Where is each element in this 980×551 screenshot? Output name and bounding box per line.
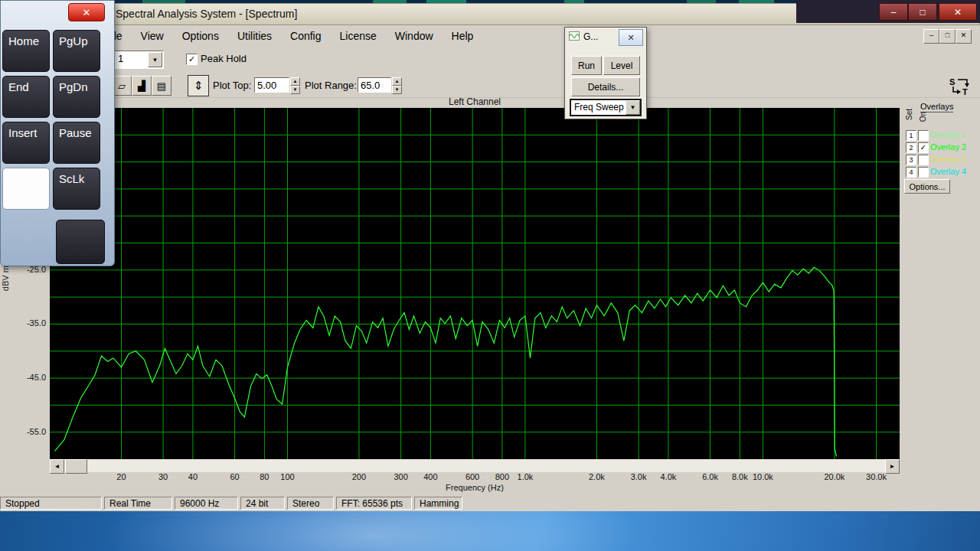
autoscale-button[interactable]: ⇕ (188, 75, 209, 96)
overlay-checkbox[interactable] (918, 167, 929, 178)
close-icon: ✕ (954, 7, 962, 18)
keypad-key-pgup[interactable]: PgUp (53, 30, 100, 72)
x-tick-label: 300 (384, 472, 418, 481)
status-cell: 96000 Hz (175, 497, 238, 510)
mdi-restore-button[interactable]: □ (939, 29, 956, 44)
menu-item-config[interactable]: Config (283, 28, 328, 44)
minimize-icon: – (929, 31, 933, 39)
menu-item-utilities[interactable]: Utilities (230, 28, 279, 44)
menu-item-options[interactable]: Options (175, 28, 226, 44)
scroll-thumb[interactable] (65, 459, 87, 474)
keypad-key-end[interactable]: End (2, 76, 50, 118)
minimize-button[interactable]: – (879, 3, 908, 21)
spectrum-plot[interactable] (50, 108, 900, 459)
dialog-title-bar[interactable]: G... ✕ (565, 28, 646, 46)
overlay-checkbox[interactable] (918, 155, 929, 165)
keypad-close-button[interactable]: ✕ (68, 3, 105, 21)
x-tick-label: 20 (104, 472, 138, 481)
overlay-number-button[interactable]: 2 (906, 142, 916, 153)
overlays-panel: Overlays Set On 1Overlay 12✓Overlay 23Ov… (902, 99, 980, 201)
keypad-key-insert[interactable]: Insert (2, 122, 50, 164)
set-column-header: Set (905, 109, 913, 120)
x-tick-label: 6.0k (694, 472, 727, 481)
run-button[interactable]: Run (571, 56, 602, 75)
plot-top-label: Plot Top: (213, 80, 251, 91)
dialog-close-button[interactable]: ✕ (619, 29, 643, 46)
menu-item-window[interactable]: Window (388, 28, 440, 44)
x-tick-label: 1.0k (508, 472, 542, 481)
peak-hold-checkbox[interactable]: ✓ (186, 54, 198, 65)
close-icon: ✕ (961, 31, 967, 39)
status-bar: StoppedReal Time96000 Hz24 bitStereoFFT:… (0, 496, 980, 511)
overlay-number-button[interactable]: 3 (906, 155, 916, 165)
x-tick-label: 10.0k (746, 472, 779, 481)
overlay-number-button[interactable]: 4 (906, 167, 916, 178)
maximize-button[interactable]: □ (908, 3, 937, 21)
chevron-down-icon[interactable]: ▼ (148, 52, 162, 67)
trace-select-dropdown[interactable]: 1 ▼ (113, 51, 164, 69)
plot-top-spinner[interactable]: ▲ ▼ (290, 77, 300, 93)
x-tick-label: 4.0k (652, 472, 685, 481)
keypad-key-pgdn[interactable]: PgDn (53, 76, 100, 118)
keypad-key-sclk[interactable]: ScLk (53, 168, 100, 210)
waveform-icon (569, 31, 580, 41)
spectrogram-lines-icon: ▤ (157, 80, 166, 92)
menu-item-view[interactable]: View (134, 28, 171, 44)
close-button[interactable]: ✕ (939, 3, 977, 21)
spectrum-time-toggle-icon[interactable]: S T (947, 76, 976, 96)
details-button[interactable]: Details... (571, 77, 640, 96)
x-tick-label: 400 (413, 472, 447, 481)
scroll-left-icon: ◄ (54, 463, 60, 470)
keypad-key-home[interactable]: Home (2, 30, 50, 72)
menu-item-license[interactable]: License (333, 28, 384, 44)
spectrum-view-button[interactable]: ▟ (132, 76, 152, 96)
overlay-checkbox[interactable]: ✓ (918, 142, 929, 153)
spectrum-plot-canvas (50, 108, 900, 459)
spectrum-bars-icon: ▟ (138, 80, 145, 92)
mdi-close-button[interactable]: ✕ (956, 29, 972, 44)
overlay-row: 4Overlay 4 (902, 167, 980, 178)
spin-up-icon[interactable]: ▲ (392, 77, 402, 86)
freq-sweep-dropdown[interactable]: Freq Sweep ▼ (570, 99, 642, 116)
freq-sweep-value: Freq Sweep (574, 102, 624, 112)
keypad-key-pause[interactable]: Pause (53, 122, 100, 164)
overlay-label: Overlay 2 (930, 142, 966, 152)
overlay-label: Overlay 4 (930, 167, 966, 176)
menu-item-help[interactable]: Help (445, 28, 481, 44)
overlay-label: Overlay 3 (930, 155, 966, 164)
onscreen-keypad-window: ✕ HomePgUpEndPgDnInsertPauseScLk (0, 0, 115, 266)
spin-down-icon[interactable]: ▼ (290, 86, 300, 94)
plot-top-input[interactable] (254, 77, 289, 93)
keypad-partial-key[interactable] (56, 220, 105, 264)
y-tick-label: -45.0 (14, 373, 46, 382)
spectrogram-view-button[interactable]: ▤ (152, 76, 172, 96)
plot-range-spinner[interactable]: ▲ ▼ (392, 77, 402, 93)
autoscale-icon: ⇕ (194, 79, 204, 93)
horizontal-scrollbar[interactable]: ◄ ► (50, 459, 900, 472)
x-tick-label: 40 (176, 472, 210, 481)
overlay-options-button[interactable]: Options... (904, 179, 950, 194)
overlay-row: 3Overlay 3 (902, 155, 980, 165)
generator-dialog: G... ✕ Run Level Details... Freq Sweep ▼ (564, 27, 647, 119)
close-icon: ✕ (627, 33, 634, 43)
toolbar-row-2: ▱ ▟ ▤ ⇕ Plot Top: ▲ ▼ Plot Range: ▲ ▼ (0, 72, 980, 98)
mdi-minimize-button[interactable]: – (923, 29, 939, 44)
x-tick-label: 3.0k (622, 472, 655, 481)
scroll-left-button[interactable]: ◄ (50, 459, 64, 474)
chevron-down-icon[interactable]: ▼ (626, 100, 640, 115)
spin-down-icon[interactable]: ▼ (392, 86, 402, 94)
overlay-checkbox[interactable] (918, 130, 929, 141)
status-cell: Hamming (414, 497, 462, 510)
scroll-right-button[interactable]: ► (885, 459, 900, 474)
overlay-number-button[interactable]: 1 (906, 130, 916, 141)
x-axis-label: Frequency (Hz) (50, 483, 900, 492)
x-tick-label: 600 (456, 472, 489, 481)
peak-hold-label: Peak Hold (201, 53, 247, 64)
x-tick-label: 2.0k (580, 472, 613, 481)
level-button[interactable]: Level (603, 56, 640, 75)
trace-select-value: 1 (118, 53, 123, 64)
status-cell: Real Time (104, 497, 172, 510)
keypad-key-blank[interactable] (2, 168, 50, 210)
spin-up-icon[interactable]: ▲ (290, 77, 300, 86)
plot-range-input[interactable] (358, 77, 391, 93)
